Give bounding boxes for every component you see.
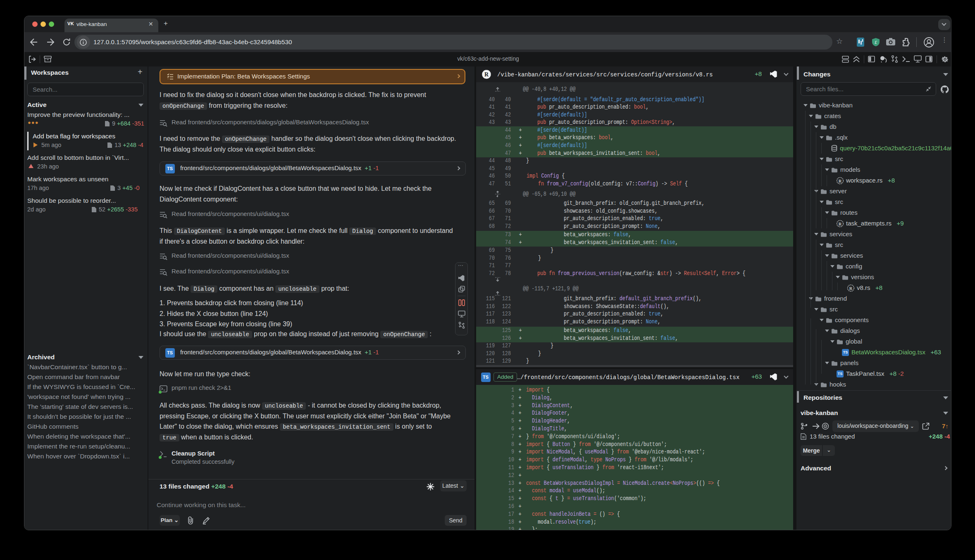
svg-text:R: R bbox=[839, 179, 842, 183]
svg-text:£: £ bbox=[875, 40, 877, 45]
svg-text:R: R bbox=[839, 222, 842, 226]
svg-text:R: R bbox=[484, 71, 489, 78]
svg-text:R: R bbox=[849, 286, 853, 291]
